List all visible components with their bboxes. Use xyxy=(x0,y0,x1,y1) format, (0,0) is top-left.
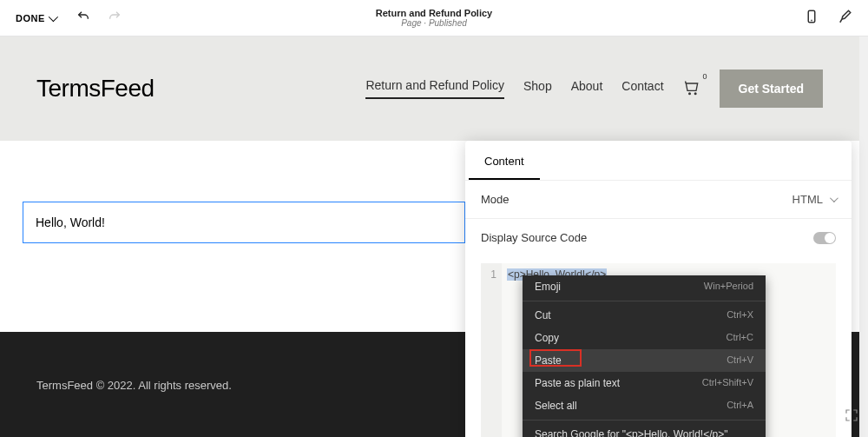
done-button[interactable]: DONE xyxy=(16,13,56,23)
site-nav: Return and Refund Policy Shop About Cont… xyxy=(365,70,823,108)
svg-point-3 xyxy=(694,92,696,94)
nav-shop[interactable]: Shop xyxy=(523,79,552,98)
page-status: Page · Published xyxy=(376,18,492,28)
cart-count: 0 xyxy=(703,72,707,81)
ctx-label: Search Google for "<p>Hello, World!</p>" xyxy=(535,428,727,437)
ctx-paste-plain[interactable]: Paste as plain textCtrl+Shift+V xyxy=(523,372,766,394)
mode-row[interactable]: Mode HTML xyxy=(465,181,852,218)
ctx-shortcut: Win+Period xyxy=(704,281,753,293)
display-source-row[interactable]: Display Source Code xyxy=(465,219,852,256)
chevron-down-icon xyxy=(49,11,58,21)
redo-button[interactable] xyxy=(108,10,122,27)
ctx-label: Cut xyxy=(535,309,551,321)
history-controls xyxy=(76,10,122,27)
mode-value-text: HTML xyxy=(792,193,823,206)
ctx-shortcut: Ctrl+V xyxy=(727,354,753,367)
footer-text: TermsFeed © 2022. All rights reserved. xyxy=(36,379,232,392)
expand-icon[interactable] xyxy=(844,407,859,423)
line-gutter: 1 xyxy=(481,263,502,437)
editor-topbar: DONE Return and Refund Policy Page · Pub… xyxy=(0,0,868,36)
topbar-right xyxy=(804,9,852,28)
nav-return-refund[interactable]: Return and Refund Policy xyxy=(365,78,504,99)
ctx-label: Paste as plain text xyxy=(535,377,620,389)
ctx-shortcut: Ctrl+C xyxy=(727,332,753,344)
nav-about[interactable]: About xyxy=(571,79,603,98)
page-title: Return and Refund Policy xyxy=(376,8,492,18)
site-preview-canvas: TermsFeed Return and Refund Policy Shop … xyxy=(0,36,868,437)
display-source-toggle[interactable] xyxy=(813,232,836,244)
ctx-label: Copy xyxy=(535,332,559,344)
content-block-selected[interactable]: Hello, World! xyxy=(23,202,465,243)
chevron-down-icon xyxy=(830,194,838,202)
content-block-text: Hello, World! xyxy=(36,215,105,229)
context-menu: EmojiWin+Period CutCtrl+X CopyCtrl+C Pas… xyxy=(523,275,766,437)
ctx-cut[interactable]: CutCtrl+X xyxy=(523,304,766,327)
site-logo[interactable]: TermsFeed xyxy=(36,75,155,103)
ctx-shortcut: Ctrl+Shift+V xyxy=(702,377,753,389)
ctx-shortcut: Ctrl+X xyxy=(727,309,753,321)
line-number: 1 xyxy=(490,268,496,281)
cart-button[interactable]: 0 xyxy=(683,79,700,99)
ctx-paste[interactable]: PasteCtrl+V xyxy=(523,349,766,372)
undo-button[interactable] xyxy=(76,10,90,27)
ctx-label: Select all xyxy=(535,400,577,412)
paintbrush-icon[interactable] xyxy=(837,9,852,28)
ctx-shortcut: Ctrl+A xyxy=(727,400,753,412)
ctx-search-google[interactable]: Search Google for "<p>Hello, World!</p>" xyxy=(523,423,766,437)
ctx-label: Emoji xyxy=(535,281,561,293)
done-label: DONE xyxy=(16,13,45,23)
mobile-preview-icon[interactable] xyxy=(804,9,819,28)
tab-content[interactable]: Content xyxy=(469,141,540,180)
svg-point-2 xyxy=(688,92,690,94)
ctx-select-all[interactable]: Select allCtrl+A xyxy=(523,394,766,417)
page-title-block: Return and Refund Policy Page · Publishe… xyxy=(376,8,492,28)
mode-value: HTML xyxy=(792,193,836,206)
nav-contact[interactable]: Contact xyxy=(621,79,663,98)
ctx-label: Paste xyxy=(535,354,562,367)
mode-label: Mode xyxy=(481,193,510,206)
display-source-label: Display Source Code xyxy=(481,231,587,244)
ctx-emoji[interactable]: EmojiWin+Period xyxy=(523,275,766,298)
divider xyxy=(523,301,766,301)
ctx-copy[interactable]: CopyCtrl+C xyxy=(523,327,766,349)
divider xyxy=(523,420,766,420)
get-started-button[interactable]: Get Started xyxy=(720,70,823,108)
site-header: TermsFeed Return and Refund Policy Shop … xyxy=(0,36,859,141)
